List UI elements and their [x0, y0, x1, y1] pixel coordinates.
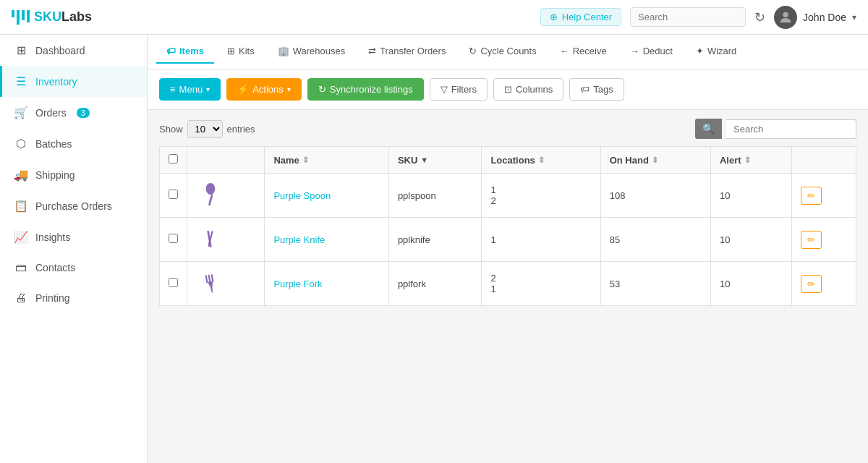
- user-menu[interactable]: John Doe ▾: [774, 6, 856, 29]
- sidebar-label-printing: Printing: [35, 292, 69, 304]
- svg-rect-2: [208, 194, 213, 205]
- item-on-hand: 53: [610, 279, 620, 289]
- user-name-label: John Doe: [803, 12, 846, 23]
- col-header-sku[interactable]: SKU ▼: [388, 147, 482, 174]
- tab-wizard-icon: ✦: [696, 46, 704, 56]
- tab-kits-icon: ⊞: [227, 46, 235, 56]
- tags-label: Tags: [593, 84, 613, 95]
- item-name-link[interactable]: Purple Knife: [273, 234, 325, 245]
- sidebar-item-batches[interactable]: ⬡ Batches: [0, 128, 147, 159]
- sidebar-item-orders[interactable]: 🛒 Orders 3: [0, 97, 147, 128]
- row-checkbox[interactable]: [169, 278, 178, 287]
- columns-button[interactable]: ⊡ Columns: [493, 78, 563, 101]
- item-name-link[interactable]: Purple Spoon: [273, 190, 331, 201]
- col-header-checkbox: [160, 147, 187, 174]
- table-row: Purple Spoon pplspoon 12 108 10 ✏: [160, 174, 856, 218]
- col-header-name[interactable]: Name ⇕: [265, 147, 388, 174]
- main-layout: ⊞ Dashboard ☰ Inventory 🛒 Orders 3 ⬡ Bat…: [0, 35, 868, 463]
- select-all-checkbox[interactable]: [169, 154, 178, 163]
- tab-deduct-icon: →: [630, 46, 639, 56]
- printing-icon: 🖨: [14, 292, 28, 305]
- sidebar-label-insights: Insights: [35, 232, 70, 243]
- actions-button[interactable]: ⚡ Actions ▾: [226, 78, 302, 101]
- tab-items-icon: 🏷: [166, 46, 176, 56]
- table-row: Purple Fork pplfork 21 53 10 ✏: [160, 262, 856, 306]
- help-center-button[interactable]: ⊕ Help Center: [540, 8, 621, 26]
- row-checkbox-cell: [160, 262, 187, 306]
- sidebar-item-printing[interactable]: 🖨 Printing: [0, 283, 147, 313]
- row-checkbox[interactable]: [169, 234, 178, 243]
- row-image-cell: [187, 262, 265, 306]
- tab-deduct-label: Deduct: [643, 46, 673, 56]
- orders-badge: 3: [77, 108, 90, 118]
- inventory-icon: ☰: [14, 75, 28, 88]
- entries-select[interactable]: 10 25 50: [187, 120, 223, 138]
- col-header-actions: [791, 147, 856, 174]
- sidebar-item-contacts[interactable]: 🗃 Contacts: [0, 252, 147, 283]
- row-image-cell: [187, 218, 265, 262]
- col-on-hand-label: On Hand: [610, 155, 649, 166]
- tab-transfer-orders-label: Transfer Orders: [380, 46, 446, 56]
- row-name-cell: Purple Fork: [265, 262, 388, 306]
- item-alert: 10: [720, 279, 730, 289]
- tab-transfer-orders[interactable]: ⇄ Transfer Orders: [358, 40, 456, 64]
- logo-text: SKULabs: [34, 9, 92, 25]
- tab-kits[interactable]: ⊞ Kits: [217, 40, 265, 64]
- tab-wizard-label: Wizard: [707, 46, 736, 56]
- edit-button[interactable]: ✏: [801, 275, 822, 293]
- row-checkbox[interactable]: [169, 190, 178, 199]
- sidebar-item-purchase-orders[interactable]: 📋 Purchase Orders: [0, 190, 147, 221]
- filters-icon: ▽: [441, 84, 448, 95]
- sidebar-label-dashboard: Dashboard: [35, 45, 85, 56]
- table-row: Purple Knife pplknife 1 85 10 ✏: [160, 218, 856, 262]
- refresh-icon[interactable]: ↻: [754, 9, 765, 25]
- filters-button[interactable]: ▽ Filters: [430, 78, 488, 101]
- edit-button[interactable]: ✏: [801, 187, 822, 205]
- sidebar-item-inventory[interactable]: ☰ Inventory: [0, 66, 147, 97]
- tab-cycle-counts-icon: ↻: [469, 46, 477, 56]
- tab-receive-label: Receive: [573, 46, 607, 56]
- logo: SKULabs: [12, 9, 92, 25]
- shipping-icon: 🚚: [14, 168, 28, 182]
- tab-cycle-counts-label: Cycle Counts: [480, 46, 536, 56]
- svg-rect-4: [205, 275, 208, 283]
- topbar-right: ⊕ Help Center ↻ John Doe ▾: [540, 6, 856, 29]
- tab-wizard[interactable]: ✦ Wizard: [686, 40, 746, 64]
- tab-cycle-counts[interactable]: ↻ Cycle Counts: [459, 40, 546, 64]
- table-search-input[interactable]: [726, 119, 856, 139]
- tab-items[interactable]: 🏷 Items: [156, 40, 214, 64]
- item-on-hand: 108: [610, 190, 626, 201]
- sidebar-item-dashboard[interactable]: ⊞ Dashboard: [0, 35, 147, 66]
- col-header-on-hand[interactable]: On Hand ⇕: [600, 147, 710, 174]
- tab-deduct[interactable]: → Deduct: [620, 40, 683, 64]
- row-sku-cell: pplfork: [388, 262, 482, 306]
- tags-icon: 🏷: [580, 84, 590, 95]
- menu-icon: ≡: [170, 84, 176, 95]
- sidebar-item-shipping[interactable]: 🚚 Shipping: [0, 159, 147, 190]
- tab-receive[interactable]: ← Receive: [550, 40, 617, 64]
- inventory-table: Name ⇕ SKU ▼ Locations: [159, 146, 856, 306]
- col-header-alert[interactable]: Alert ⇕: [710, 147, 791, 174]
- row-name-cell: Purple Knife: [265, 218, 388, 262]
- tab-warehouses[interactable]: 🏢 Warehouses: [268, 40, 356, 64]
- sync-label: Synchronize listings: [330, 84, 413, 95]
- row-alert-cell: 10: [710, 262, 791, 306]
- tags-button[interactable]: 🏷 Tags: [569, 78, 624, 101]
- menu-button[interactable]: ≡ Menu ▾: [159, 78, 221, 101]
- columns-icon: ⊡: [504, 84, 512, 95]
- table-search-button[interactable]: 🔍: [695, 119, 722, 139]
- row-locations-cell: 21: [482, 262, 600, 306]
- item-image: [196, 269, 225, 298]
- global-search-input[interactable]: [630, 7, 746, 27]
- sidebar-item-insights[interactable]: 📈 Insights: [0, 221, 147, 252]
- content-area: 🏷 Items ⊞ Kits 🏢 Warehouses ⇄ Transfer O…: [148, 35, 868, 463]
- col-header-locations[interactable]: Locations ⇕: [482, 147, 600, 174]
- item-locations: 1: [490, 234, 591, 245]
- item-name-link[interactable]: Purple Fork: [273, 279, 322, 289]
- svg-point-0: [783, 12, 788, 17]
- row-checkbox-cell: [160, 174, 187, 218]
- sync-button[interactable]: ↻ Synchronize listings: [307, 78, 424, 101]
- col-alert-label: Alert: [720, 155, 741, 166]
- edit-button[interactable]: ✏: [801, 231, 822, 249]
- item-locations: 12: [490, 184, 591, 206]
